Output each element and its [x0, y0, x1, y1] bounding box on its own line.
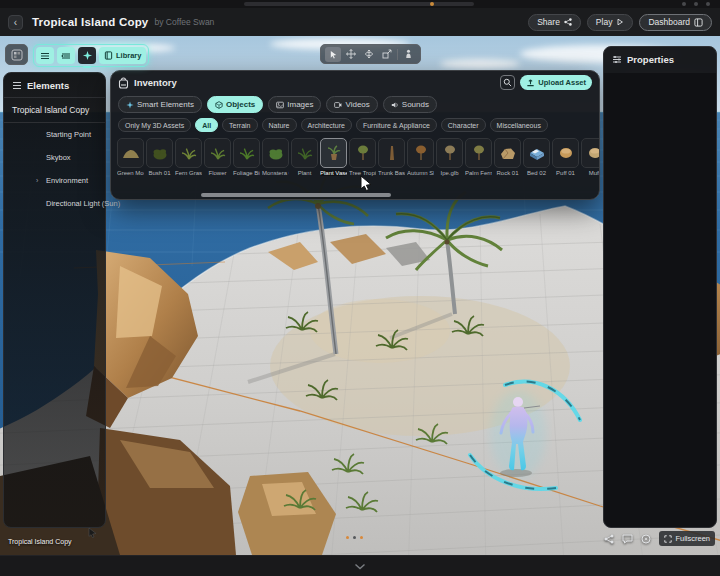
tree-item-directional-light-sun[interactable]: Directional Light (Sun) [4, 192, 105, 215]
move-icon [346, 49, 356, 59]
extension-icon[interactable] [430, 2, 434, 6]
filter-architecture[interactable]: Architecture [301, 118, 352, 132]
browser-extensions-icon[interactable] [706, 2, 710, 6]
tab-label: Videos [345, 100, 369, 109]
search-icon [503, 78, 512, 87]
asset-label: Palm Fern [465, 170, 492, 176]
asset-label: Foliage Big [233, 170, 260, 176]
asset-thumbnail [436, 138, 463, 168]
tab-objects[interactable]: Objects [207, 96, 263, 113]
rotate-tool-button[interactable] [361, 47, 377, 62]
tree-item-skybox[interactable]: Skybox [4, 146, 105, 169]
tab-label: Images [287, 100, 313, 109]
tab-sounds[interactable]: Sounds [383, 96, 437, 113]
chat-button[interactable] [622, 534, 633, 544]
dot [353, 536, 356, 539]
transform-toolbar [320, 44, 421, 64]
asset-thumbnail [523, 138, 550, 168]
elements-tree: Starting PointSkybox›EnvironmentDirectio… [4, 123, 105, 215]
library-button[interactable]: Library [99, 47, 146, 64]
asset-thumbnail [204, 138, 231, 168]
filter-all[interactable]: All [195, 118, 218, 132]
filter-miscellaneous[interactable]: Miscellaneous [490, 118, 548, 132]
layers-button[interactable] [57, 47, 75, 64]
move-tool-button[interactable] [343, 47, 359, 62]
asset-tile-foliage-big[interactable]: Foliage Big [233, 138, 260, 176]
elements-list-button[interactable] [36, 47, 54, 64]
filter-terrain[interactable]: Terrain [222, 118, 257, 132]
tree-item-starting-point[interactable]: Starting Point [4, 123, 105, 146]
upload-asset-button[interactable]: Upload Asset [520, 75, 592, 90]
fullscreen-button[interactable]: Fullscreen [659, 531, 715, 546]
tree-item-label: Starting Point [46, 130, 91, 139]
asset-tile-muff[interactable]: Muff [581, 138, 599, 176]
asset-tile-plant-vase[interactable]: Plant Vase [320, 138, 347, 176]
share-button[interactable]: Share [528, 14, 581, 31]
tab-label: Objects [226, 100, 255, 109]
select-tool-button[interactable] [325, 47, 341, 62]
chevron-right-icon[interactable]: › [36, 177, 38, 184]
search-button[interactable] [500, 75, 515, 90]
horizontal-scrollbar[interactable] [201, 193, 391, 197]
tab-smart-elements[interactable]: Smart Elements [118, 96, 202, 113]
tree-item-environment[interactable]: ›Environment [4, 169, 105, 192]
asset-tile-autumn-shru[interactable]: Autumn Shru [407, 138, 434, 176]
help-button[interactable] [641, 534, 651, 544]
list-icon [40, 51, 50, 61]
asset-tile-bush-01[interactable]: Bush 01 [146, 138, 173, 176]
share-scene-button[interactable] [604, 534, 614, 544]
asset-tile-monstera-01[interactable]: Monstera 01 [262, 138, 289, 176]
upload-icon [526, 78, 535, 87]
asset-tile-fern-grass[interactable]: Fern Grass [175, 138, 202, 176]
browser-menu-icon[interactable] [682, 2, 686, 6]
asset-thumbnail [262, 138, 289, 168]
gizmo-button[interactable] [78, 47, 96, 64]
asset-tile-trunk-base[interactable]: Trunk Base [378, 138, 405, 176]
menu-icon [12, 81, 22, 90]
asset-pack-button[interactable] [5, 44, 28, 65]
top-bar: ‹ Tropical Island Copy by Coffee Swan Sh… [0, 8, 720, 36]
properties-panel-title: Properties [627, 54, 674, 65]
browser-profile-icon[interactable] [694, 2, 698, 6]
asset-label: Bed 02 [523, 170, 550, 176]
asset-label: Monstera 01 [262, 170, 289, 176]
filter-character[interactable]: Character [441, 118, 486, 132]
asset-tile-palm-fern[interactable]: Palm Fern [465, 138, 492, 176]
collapse-chevron-icon[interactable] [354, 563, 366, 570]
asset-tile-green-mount[interactable]: Green Mount [117, 138, 144, 176]
tree-root-item[interactable]: Tropical Island Copy [4, 98, 105, 122]
asset-label: Green Mount [117, 170, 144, 176]
asset-thumbnail [378, 138, 405, 168]
asset-label: Plant [291, 170, 318, 176]
avatar-tool-button[interactable] [400, 47, 416, 62]
tab-images[interactable]: Images [268, 96, 321, 113]
images-icon [276, 101, 284, 109]
dashboard-button[interactable]: Dashboard [639, 14, 712, 31]
asset-tile-ipe-glb[interactable]: Ipe.glb [436, 138, 463, 176]
byline: by Coffee Swan [154, 17, 214, 27]
avatar-pin-icon [404, 49, 413, 59]
asset-tile-rock-01[interactable]: Rock 01 [494, 138, 521, 176]
asset-pack-icon [11, 49, 23, 61]
browser-chrome [0, 0, 720, 8]
scale-tool-button[interactable] [379, 47, 395, 62]
asset-thumbnail [494, 138, 521, 168]
help-icon [641, 534, 651, 544]
filter-furniture-appliance[interactable]: Furniture & Appliance [356, 118, 437, 132]
asset-label: Bush 01 [146, 170, 173, 176]
asset-label: Rock 01 [494, 170, 521, 176]
asset-tile-bed-02[interactable]: Bed 02 [523, 138, 550, 176]
tab-videos[interactable]: Videos [326, 96, 377, 113]
address-bar[interactable] [244, 2, 474, 6]
filter-only-my-3d-assets[interactable]: Only My 3D Assets [118, 118, 191, 132]
asset-tile-tree-tropical[interactable]: Tree Tropical [349, 138, 376, 176]
asset-tile-plant[interactable]: Plant [291, 138, 318, 176]
filter-nature[interactable]: Nature [262, 118, 297, 132]
back-button[interactable]: ‹ [8, 15, 23, 30]
asset-label: Tree Tropical [349, 170, 376, 176]
asset-tile-flower[interactable]: Flower [204, 138, 231, 176]
play-button[interactable]: Play [587, 14, 634, 31]
elements-panel-title: Elements [27, 80, 69, 91]
inventory-tabs: Smart ElementsObjectsImagesVideosSounds [111, 94, 599, 116]
asset-tile-puff-01[interactable]: Puff 01 [552, 138, 579, 176]
